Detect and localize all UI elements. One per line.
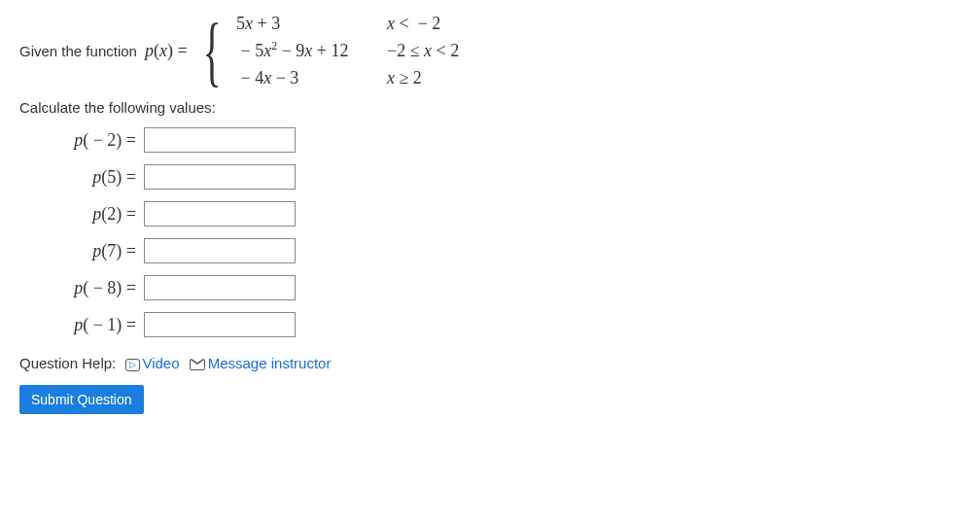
case-row: − 5x2 − 9x + 12 −2 ≤ x < 2 — [236, 41, 459, 61]
case-expression: − 4x − 3 — [236, 68, 387, 88]
function-lhs: p(x) = — [145, 41, 188, 61]
answer-label: p(2) = — [19, 204, 144, 225]
case-row: 5x + 3 x < − 2 — [236, 14, 459, 34]
case-expression: 5x + 3 — [236, 14, 387, 34]
help-label: Question Help: — [19, 355, 116, 371]
answer-input-p-neg1[interactable] — [144, 312, 296, 337]
submit-button[interactable]: Submit Question — [19, 385, 144, 414]
question-help: Question Help: ▷Video Message instructor — [19, 355, 961, 371]
answer-row-p-2: p(2) = — [19, 201, 961, 227]
case-condition: x < − 2 — [387, 14, 440, 34]
answer-label: p(7) = — [19, 241, 144, 262]
answer-input-p-7[interactable] — [144, 238, 296, 263]
answer-row-p-7: p(7) = — [19, 238, 961, 263]
case-condition: x ≥ 2 — [387, 68, 422, 88]
answer-row-p-5: p(5) = — [19, 164, 961, 190]
answer-label: p( − 2) = — [19, 130, 144, 151]
cases-container: 5x + 3 x < − 2 − 5x2 − 9x + 12 −2 ≤ x < … — [236, 14, 459, 88]
answer-label: p(5) = — [19, 167, 144, 188]
answer-row-p-neg1: p( − 1) = — [19, 312, 961, 337]
answer-input-p-neg8[interactable] — [144, 275, 296, 300]
message-instructor-link[interactable]: Message instructor — [190, 355, 332, 371]
answers-container: p( − 2) = p(5) = p(2) = p(7) = p( − 8) =… — [19, 127, 961, 337]
case-condition: −2 ≤ x < 2 — [387, 41, 459, 61]
answer-input-p-5[interactable] — [144, 164, 296, 190]
answer-row-p-neg2: p( − 2) = — [19, 127, 961, 153]
case-row: − 4x − 3 x ≥ 2 — [236, 68, 459, 88]
answer-label: p( − 8) = — [19, 278, 144, 298]
answer-label: p( − 1) = — [19, 315, 144, 335]
video-link[interactable]: ▷Video — [125, 355, 183, 371]
intro-text: Given the function — [19, 43, 137, 59]
answer-input-p-2[interactable] — [144, 201, 296, 227]
video-text: Video — [142, 355, 179, 371]
case-expression: − 5x2 − 9x + 12 — [236, 41, 387, 61]
message-text: Message instructor — [208, 355, 332, 371]
brace-icon: { — [202, 12, 221, 89]
answer-row-p-neg8: p( − 8) = — [19, 275, 961, 300]
function-definition: Given the function p(x) = { 5x + 3 x < −… — [19, 12, 961, 89]
play-icon: ▷ — [125, 359, 140, 371]
envelope-icon — [190, 359, 205, 370]
calculate-prompt: Calculate the following values: — [19, 99, 961, 116]
answer-input-p-neg2[interactable] — [144, 127, 296, 153]
